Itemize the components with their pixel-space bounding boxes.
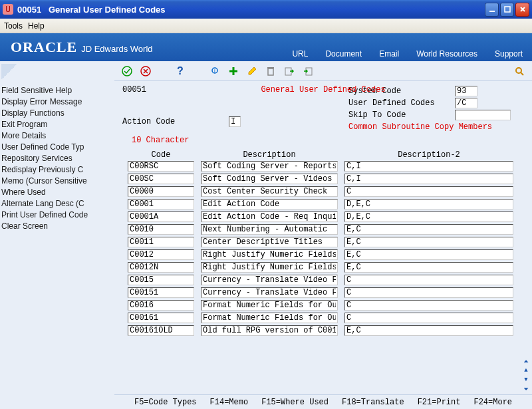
banner-link-support[interactable]: Support [495,49,523,59]
desc-cell[interactable] [201,275,338,285]
desc2-cell[interactable] [344,325,513,336]
banner-link-url[interactable]: URL [292,49,308,59]
scroll-bottom-icon[interactable]: ⏷ [522,385,530,393]
scroll-up-icon[interactable]: ▲ [522,366,530,374]
fkey[interactable]: F21=Print [418,398,461,407]
banner-link-email[interactable]: Email [379,49,399,59]
svg-point-10 [516,68,521,73]
desc2-cell[interactable] [344,186,513,197]
edit-icon[interactable] [246,65,258,77]
desc-cell[interactable] [201,224,338,235]
desc2-cell[interactable] [344,174,513,184]
code-cell[interactable] [128,186,194,197]
fkey[interactable]: F14=Memo [210,398,249,407]
action-code-input[interactable] [229,116,241,127]
desc2-cell[interactable] [344,211,513,222]
minimize-button[interactable] [485,3,499,17]
code-cell[interactable] [128,199,194,209]
sidebar-item[interactable]: User Defined Code Typ [1,142,113,153]
desc2-cell[interactable] [344,275,513,285]
desc-cell[interactable] [201,262,338,273]
code-cell[interactable] [128,325,194,336]
sidebar-item[interactable]: Alternate Lang Desc (C [1,198,113,209]
desc-cell[interactable] [201,211,338,222]
desc2-cell[interactable] [344,199,513,209]
desc-cell[interactable] [201,325,338,336]
desc2-cell[interactable] [344,300,513,311]
skip-to-code-label: Skip To Code [348,110,455,120]
brand-banner: ORACLE JD Edwards World URL Document Ema… [0,33,532,61]
desc-cell[interactable] [201,237,338,247]
sidebar-item[interactable]: Display Functions [1,108,113,119]
code-cell[interactable] [128,249,194,260]
sidebar-item[interactable]: Repository Services [1,153,113,164]
code-cell[interactable] [128,287,194,298]
sidebar-item[interactable]: Display Error Message [1,96,113,108]
maximize-button[interactable] [500,3,514,17]
desc2-cell[interactable] [344,287,513,298]
skip-to-code-input[interactable] [455,110,511,120]
close-button[interactable] [515,3,529,17]
table-row [122,273,524,286]
desc-cell[interactable] [201,186,338,197]
desc-cell[interactable] [201,249,338,260]
window-title: 00051 General User Defined Codes [17,5,485,15]
body: 00051 General User Defined Codes System … [114,81,532,409]
help-icon[interactable]: ? [174,65,186,77]
desc2-cell[interactable] [344,224,513,235]
sidebar-item[interactable]: Field Sensitive Help [1,85,113,96]
desc2-cell[interactable] [344,313,513,323]
code-cell[interactable] [128,237,194,247]
scroll-down-icon[interactable]: ▼ [522,376,530,384]
banner-link-document[interactable]: Document [325,49,362,59]
function-keys: F5=Code Types F14=Memo F15=Where Used F1… [114,394,532,409]
fkey[interactable]: F15=Where Used [261,398,329,407]
add-icon[interactable] [227,65,239,77]
code-cell[interactable] [128,313,194,323]
sidebar-item[interactable]: Print User Defined Code [1,209,113,221]
scroll-top-icon[interactable]: ⏶ [522,357,530,365]
svg-rect-0 [489,11,495,12]
fkey[interactable]: F24=More [473,398,512,407]
code-cell[interactable] [128,174,194,184]
table-row [122,172,524,185]
menu-tools[interactable]: Tools [4,21,23,31]
delete-icon[interactable] [265,65,277,77]
desc-cell[interactable] [201,199,338,209]
desc2-cell[interactable] [344,249,513,260]
desc2-cell[interactable] [344,161,513,172]
desc2-cell[interactable] [344,262,513,273]
banner-link-worldresources[interactable]: World Resources [416,49,477,59]
svg-text:i: i [214,68,215,74]
code-cell[interactable] [128,161,194,172]
desc-cell[interactable] [201,313,338,323]
search-icon[interactable] [513,65,525,77]
desc-cell[interactable] [201,300,338,311]
sidebar-item[interactable]: More Details [1,130,113,142]
ok-icon[interactable] [121,65,133,77]
sidebar-item[interactable]: Exit Program [1,119,113,130]
sidebar-item[interactable]: Redisplay Previously C [1,164,113,176]
sidebar-item[interactable]: Clear Screen [1,221,113,232]
code-cell[interactable] [128,211,194,222]
sidebar-item[interactable]: Memo (Cursor Sensitive [1,176,113,187]
cancel-icon[interactable] [140,65,152,77]
menu-help[interactable]: Help [28,21,45,31]
udc-input[interactable] [455,98,477,108]
query-icon[interactable]: i [209,65,221,77]
desc-cell[interactable] [201,161,338,172]
import-icon[interactable] [302,65,314,77]
code-cell[interactable] [128,262,194,273]
code-cell[interactable] [128,300,194,311]
fkey[interactable]: F5=Code Types [134,398,197,407]
desc2-cell[interactable] [344,237,513,247]
code-cell[interactable] [128,275,194,285]
oracle-logo: ORACLE [11,39,77,56]
table-row [122,248,524,261]
desc-cell[interactable] [201,174,338,184]
export-icon[interactable] [283,65,295,77]
fkey[interactable]: F18=Translate [342,398,404,407]
desc-cell[interactable] [201,287,338,298]
code-cell[interactable] [128,224,194,235]
sidebar-item[interactable]: Where Used [1,187,113,198]
